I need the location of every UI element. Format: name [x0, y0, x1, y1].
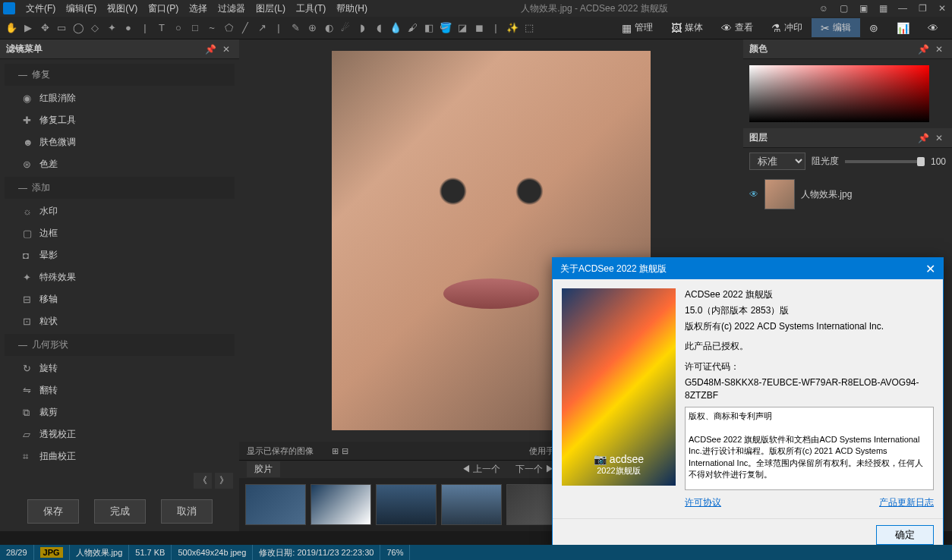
- mode-edit[interactable]: ✂编辑: [812, 18, 860, 37]
- fill-tool-icon[interactable]: 🪣: [439, 21, 452, 35]
- filter-redeye[interactable]: ◉红眼消除: [0, 87, 239, 109]
- layer-row[interactable]: 👁 人物效果.jpg: [743, 175, 952, 214]
- dodge-icon[interactable]: ◖: [372, 21, 386, 35]
- cancel-button[interactable]: 取消: [161, 499, 213, 524]
- lasso-tool-icon[interactable]: ◯: [71, 21, 85, 35]
- close-panel-icon[interactable]: ✕: [932, 44, 946, 55]
- thumbnail[interactable]: [311, 484, 371, 525]
- burn-icon[interactable]: ◗: [355, 21, 369, 35]
- filter-chroma[interactable]: ⊛色差: [0, 153, 239, 175]
- layout2-icon[interactable]: ▣: [856, 3, 870, 14]
- ellipse-tool-icon[interactable]: ○: [172, 21, 185, 35]
- heal-tool-icon[interactable]: ◐: [322, 21, 336, 35]
- mode-extra3[interactable]: 👁: [919, 18, 947, 37]
- thumbnail[interactable]: [441, 484, 502, 525]
- rect-select-icon[interactable]: ▭: [55, 21, 68, 35]
- split-icon[interactable]: ⊟: [342, 446, 348, 456]
- minimize-icon[interactable]: —: [896, 3, 909, 14]
- prev-image[interactable]: ◀ 上一个: [462, 463, 500, 476]
- ok-button[interactable]: 确定: [876, 525, 934, 545]
- close-panel-icon[interactable]: ✕: [219, 44, 233, 55]
- color-picker[interactable]: [743, 59, 952, 128]
- filter-list[interactable]: —修复 ◉红眼消除 ✚修复工具 ☻肤色微调 ⊛色差 —添加 ☼水印 ▢边框 ◘晕…: [0, 59, 239, 470]
- pin-icon[interactable]: 📌: [915, 133, 932, 143]
- thumbnail[interactable]: [376, 484, 437, 525]
- curve-tool-icon[interactable]: ~: [205, 21, 219, 35]
- text-tool-icon[interactable]: T: [155, 21, 169, 35]
- pointer-tool-icon[interactable]: ▶: [21, 21, 35, 35]
- next-image[interactable]: 下一个 ▶: [515, 463, 554, 476]
- done-button[interactable]: 完成: [94, 499, 146, 524]
- color-field[interactable]: [749, 65, 929, 122]
- pin-icon[interactable]: 📌: [915, 44, 932, 55]
- menu-view[interactable]: 视图(V): [102, 1, 142, 17]
- hand-tool-icon[interactable]: ✋: [5, 21, 18, 35]
- mode-extra1[interactable]: ⊚: [860, 18, 887, 37]
- ai-select-icon[interactable]: ⬚: [522, 21, 536, 35]
- mode-extra2[interactable]: 📊: [887, 18, 919, 37]
- rect-tool-icon[interactable]: □: [188, 21, 202, 35]
- wand-tool-icon[interactable]: ✦: [105, 21, 118, 35]
- menu-layer[interactable]: 图层(L): [251, 1, 290, 17]
- color-swatch-icon[interactable]: ◼: [472, 21, 486, 35]
- thumbnail[interactable]: [245, 484, 306, 525]
- save-button[interactable]: 保存: [27, 499, 79, 524]
- user-icon[interactable]: ☺: [817, 3, 831, 14]
- gradient-icon[interactable]: ◧: [422, 21, 436, 35]
- arrow-tool-icon[interactable]: ↗: [255, 21, 269, 35]
- filter-distort[interactable]: ⌗扭曲校正: [0, 445, 239, 467]
- opacity-slider[interactable]: [845, 160, 925, 163]
- menu-filter[interactable]: 过滤器: [213, 1, 250, 17]
- layout3-icon[interactable]: ▦: [876, 3, 890, 14]
- filter-skin[interactable]: ☻肤色微调: [0, 131, 239, 153]
- filmstrip-tab[interactable]: 胶片: [247, 461, 280, 477]
- mode-view[interactable]: 👁查看: [712, 18, 762, 37]
- section-repair[interactable]: —修复: [5, 64, 235, 86]
- changelog-link[interactable]: 产品更新日志: [879, 496, 934, 509]
- mode-manage[interactable]: ▦管理: [613, 18, 662, 37]
- dialog-titlebar[interactable]: 关于ACDSee 2022 旗舰版 ✕: [553, 258, 943, 279]
- saved-image-label[interactable]: 显示已保存的图像: [247, 445, 314, 457]
- filter-vignette[interactable]: ◘晕影: [0, 244, 239, 266]
- mode-develop[interactable]: ⚗冲印: [762, 18, 812, 37]
- blur-tool-icon[interactable]: 💧: [389, 21, 402, 35]
- blend-mode-select[interactable]: 标准: [749, 153, 805, 170]
- filter-crop[interactable]: ⧉裁剪: [0, 401, 239, 423]
- section-geometry[interactable]: —几何形状: [5, 334, 235, 356]
- menu-tools[interactable]: 工具(T): [292, 1, 330, 17]
- filter-rotate[interactable]: ↻旋转: [0, 357, 239, 379]
- license-agreement-link[interactable]: 许可协议: [685, 496, 721, 509]
- filter-flip[interactable]: ⇋翻转: [0, 379, 239, 401]
- eraser-icon[interactable]: ◪: [456, 21, 469, 35]
- mode-media[interactable]: 🖼媒体: [662, 18, 712, 37]
- menu-help[interactable]: 帮助(H): [332, 1, 372, 17]
- visibility-icon[interactable]: 👁: [749, 189, 758, 200]
- filter-tiltshift[interactable]: ⊟移轴: [0, 288, 239, 310]
- maximize-icon[interactable]: ❐: [916, 3, 929, 14]
- move-tool-icon[interactable]: ✥: [38, 21, 52, 35]
- filter-repair[interactable]: ✚修复工具: [0, 109, 239, 131]
- filter-special[interactable]: ✦特殊效果: [0, 266, 239, 288]
- menu-select[interactable]: 选择: [184, 1, 212, 17]
- menu-window[interactable]: 窗口(P): [143, 1, 183, 17]
- clone-tool-icon[interactable]: ⊕: [305, 21, 319, 35]
- brush-select-icon[interactable]: ●: [121, 21, 135, 35]
- line-tool-icon[interactable]: ╱: [238, 21, 252, 35]
- smudge-icon[interactable]: ☄: [339, 21, 352, 35]
- pin-icon[interactable]: 📌: [202, 44, 219, 55]
- poly-tool-icon[interactable]: ◇: [88, 21, 102, 35]
- close-panel-icon[interactable]: ✕: [932, 133, 946, 143]
- filter-border[interactable]: ▢边框: [0, 222, 239, 244]
- menu-file[interactable]: 文件(F): [21, 1, 60, 17]
- menu-edit[interactable]: 编辑(E): [61, 1, 101, 17]
- section-add[interactable]: —添加: [5, 177, 235, 199]
- next-panel-icon[interactable]: 》: [215, 473, 233, 489]
- prev-panel-icon[interactable]: 《: [194, 473, 212, 489]
- filter-grain[interactable]: ⊡粒状: [0, 310, 239, 332]
- filter-perspective[interactable]: ▱透视校正: [0, 423, 239, 445]
- filter-watermark[interactable]: ☼水印: [0, 200, 239, 222]
- slider-knob[interactable]: [917, 157, 925, 166]
- compare-icon[interactable]: ⊞: [332, 446, 339, 456]
- poly-shape-icon[interactable]: ⬠: [222, 21, 235, 35]
- dialog-close-icon[interactable]: ✕: [925, 262, 935, 276]
